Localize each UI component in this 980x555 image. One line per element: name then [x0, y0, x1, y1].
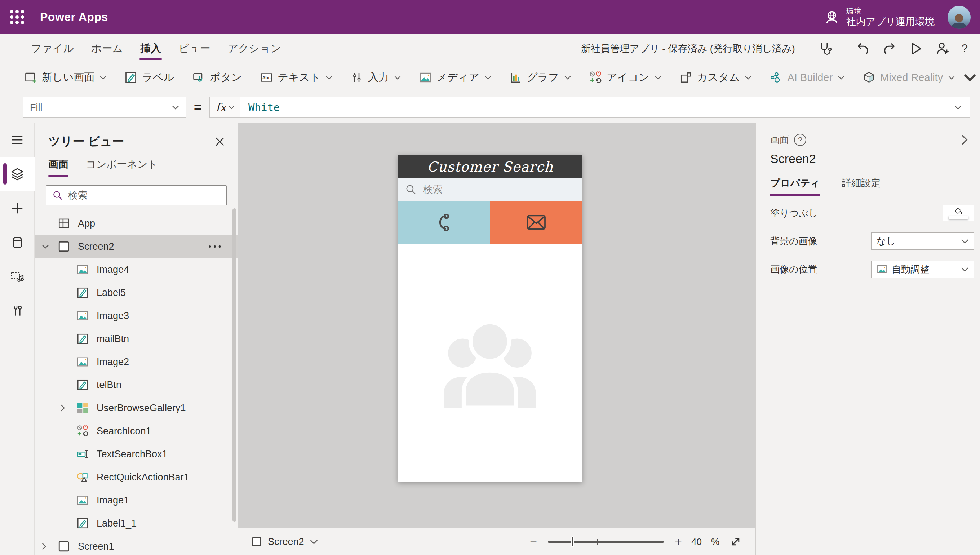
app-checker-button[interactable] — [817, 41, 833, 56]
screen2-artboard[interactable]: Customer Search 検索 — [398, 155, 582, 482]
share-button[interactable] — [935, 41, 951, 56]
image-position-select[interactable]: 自動調整 — [871, 261, 974, 278]
undo-button[interactable] — [855, 41, 871, 56]
chevron-down-icon[interactable] — [42, 244, 56, 249]
background-image-select[interactable]: なし — [871, 233, 974, 250]
tree-view-close-button[interactable] — [215, 137, 225, 146]
ribbon-input-button[interactable]: 入力 — [341, 63, 410, 91]
shapes-icon — [76, 471, 89, 483]
tree-item-app[interactable]: App — [35, 212, 237, 235]
input-sliders-icon — [350, 71, 363, 84]
tab-components[interactable]: コンポーネント — [86, 157, 158, 177]
environment-label: 環境 — [846, 6, 935, 16]
tree-item-screen1[interactable]: Screen1 — [35, 535, 237, 555]
ribbon-chart-button[interactable]: グラフ — [500, 63, 580, 91]
fit-to-window-icon[interactable] — [729, 535, 743, 549]
fill-color-picker[interactable] — [943, 205, 974, 221]
svg-text:Abc: Abc — [262, 75, 271, 80]
redo-button[interactable] — [882, 41, 897, 56]
rail-media-button[interactable] — [0, 260, 35, 294]
environment-picker[interactable]: 環境 社内アプリ運用環境 — [824, 6, 935, 28]
ribbon-label-button[interactable]: ラベル — [115, 63, 183, 91]
zoom-out-button[interactable]: − — [530, 536, 537, 548]
ribbon-overflow-button[interactable] — [964, 74, 976, 81]
tab-screens[interactable]: 画面 — [48, 157, 69, 177]
menu-tab-view[interactable]: ビュー — [170, 34, 219, 63]
ribbon-text-button[interactable]: Abc テキスト — [251, 63, 341, 91]
tree-item-label1-1[interactable]: Label1_1 — [35, 512, 237, 535]
user-avatar[interactable] — [948, 6, 970, 29]
avatar-person-icon — [950, 12, 969, 29]
tree-item-screen2[interactable]: Screen2 — [35, 235, 237, 258]
ai-builder-icon — [770, 71, 783, 84]
menu-tab-insert[interactable]: 挿入 — [132, 34, 170, 63]
zoom-in-button[interactable]: + — [675, 536, 682, 548]
menu-tab-home[interactable]: ホーム — [83, 34, 132, 63]
label-icon — [76, 333, 89, 345]
formula-input[interactable]: White — [241, 97, 970, 118]
tree-item-image4[interactable]: Image4 — [35, 258, 237, 281]
tab-properties[interactable]: プロパティ — [770, 176, 820, 196]
tree-search-input[interactable] — [68, 190, 221, 201]
ribbon-ai-builder-button[interactable]: AI Builder — [760, 63, 853, 91]
tree-search-box[interactable] — [46, 185, 227, 205]
fx-function-button[interactable]: fx — [209, 97, 241, 118]
zoom-slider-thumb[interactable] — [572, 537, 573, 547]
button-icon — [192, 71, 205, 84]
phone-mail-button[interactable] — [490, 201, 582, 244]
design-canvas[interactable]: Customer Search 検索 — [238, 122, 755, 528]
ribbon-mixed-reality-button[interactable]: Mixed Reality — [853, 63, 964, 91]
rail-advanced-tools-button[interactable] — [0, 294, 35, 328]
rail-tree-view-button[interactable] — [0, 157, 35, 191]
help-circle-icon[interactable]: ? — [794, 134, 806, 146]
phone-call-button[interactable] — [398, 201, 490, 244]
panel-collapse-button[interactable] — [961, 135, 968, 145]
rail-insert-button[interactable] — [0, 191, 35, 225]
tree-item-rectquickactionbar1[interactable]: RectQuickActionBar1 — [35, 466, 237, 489]
ribbon-item-label: グラフ — [527, 70, 559, 85]
chevron-down-icon — [310, 539, 318, 544]
tree-item-image1[interactable]: Image1 — [35, 489, 237, 512]
waffle-menu-button[interactable] — [0, 0, 34, 34]
mixed-reality-cube-icon — [863, 71, 876, 84]
tab-advanced[interactable]: 詳細設定 — [842, 176, 881, 196]
tree-item-telbtn[interactable]: telBtn — [35, 373, 237, 396]
chevron-down-icon — [961, 239, 969, 244]
chevron-down-icon — [948, 76, 955, 80]
ribbon-icons-button[interactable]: アイコン — [580, 63, 670, 91]
tree-item-mailbtn[interactable]: mailBtn — [35, 327, 237, 350]
play-icon — [909, 42, 924, 56]
rail-collapse-button[interactable] — [0, 122, 35, 157]
ribbon-button-button[interactable]: ボタン — [183, 63, 251, 91]
image-position-label: 画像の位置 — [770, 263, 818, 276]
menu-tab-file[interactable]: ファイル — [22, 34, 83, 63]
zoom-slider[interactable] — [546, 534, 666, 550]
divider — [844, 40, 844, 57]
tree-item-userbrowsegallery1[interactable]: UserBrowseGallery1 — [35, 396, 237, 420]
tree-scrollbar[interactable] — [233, 208, 236, 522]
property-selector[interactable]: Fill — [23, 97, 186, 118]
tree-item-image3[interactable]: Image3 — [35, 304, 237, 327]
custom-component-icon — [679, 71, 692, 84]
phone-search-box[interactable]: 検索 — [398, 178, 582, 201]
screen-selector[interactable]: Screen2 — [251, 536, 318, 547]
chevron-right-icon[interactable] — [61, 404, 75, 412]
tree-item-image2[interactable]: Image2 — [35, 350, 237, 373]
screen-selector-value: Screen2 — [268, 536, 304, 547]
ribbon-custom-button[interactable]: カスタム — [670, 63, 761, 91]
tree-item-searchicon1[interactable]: SearchIcon1 — [35, 420, 237, 443]
menu-tab-action[interactable]: アクション — [219, 34, 289, 63]
ribbon-new-screen-button[interactable]: 新しい画面 — [15, 63, 115, 91]
phone-header[interactable]: Customer Search — [398, 155, 582, 178]
help-button[interactable]: ? — [962, 42, 968, 55]
chevron-right-icon[interactable] — [42, 543, 56, 550]
preview-play-button[interactable] — [908, 41, 924, 56]
canvas-bottom-bar: Screen2 − + 40 % — [238, 528, 755, 555]
rail-data-button[interactable] — [0, 225, 35, 260]
chevron-down-icon — [326, 76, 332, 80]
ribbon-media-button[interactable]: メディア — [410, 63, 500, 91]
tree-item-label5[interactable]: Label5 — [35, 281, 237, 304]
tree-item-textsearchbox1[interactable]: TextSearchBox1 — [35, 443, 237, 466]
phone-body[interactable] — [398, 244, 582, 482]
item-overflow-button[interactable] — [209, 245, 221, 248]
